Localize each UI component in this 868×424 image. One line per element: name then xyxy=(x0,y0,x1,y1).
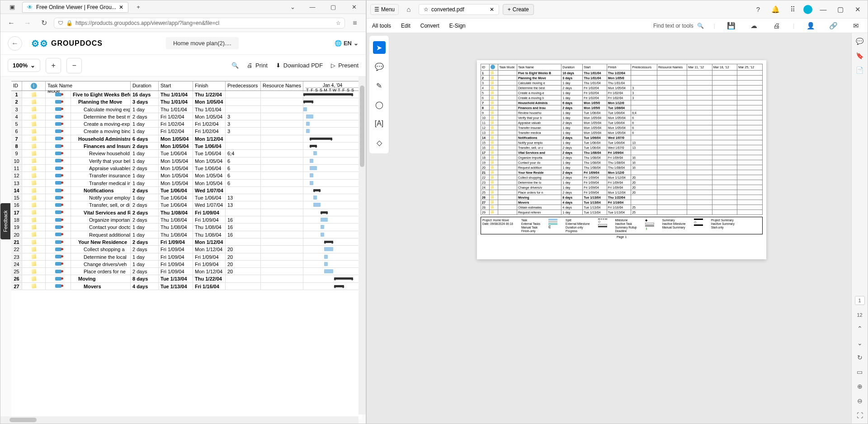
table-row[interactable]: 3Calculate moving exp1 dayThu 1/01/04Thu… xyxy=(11,106,362,113)
table-row[interactable]: 10Verify that your bel1 dayMon 1/05/04Mo… xyxy=(11,157,362,165)
close-window-button[interactable]: ✕ xyxy=(851,3,864,16)
table-row[interactable]: 21Your New Residence2 daysFri 1/09/04Mon… xyxy=(11,238,362,246)
lasso-tool[interactable]: ◯ xyxy=(373,98,386,111)
table-row[interactable]: 26Moving8 daysTue 1/13/04Thu 1/22/04 xyxy=(11,275,362,282)
home-button[interactable]: ⌂ xyxy=(402,3,415,16)
pdf-tab[interactable]: ☆ converted.pdf ✕ xyxy=(419,4,499,15)
pencil-tool[interactable]: ✎ xyxy=(373,79,386,92)
table-row[interactable]: 16Transfer, sell, or di2 daysTue 1/06/04… xyxy=(11,201,362,209)
horizontal-scrollbar[interactable] xyxy=(0,416,359,424)
rotate-icon[interactable]: ↻ xyxy=(857,354,863,361)
scroll-up-icon[interactable]: ⌃ xyxy=(857,325,863,332)
pdf-canvas[interactable]: IDTask ModeTask NameDurationStartFinishP… xyxy=(392,33,851,424)
text-tool[interactable]: [A] xyxy=(373,117,386,130)
save-button[interactable]: 💾 xyxy=(725,19,738,32)
apps-button[interactable]: ⠿ xyxy=(786,3,799,16)
pointer-tool[interactable]: ➤ xyxy=(373,41,386,54)
notification-button[interactable]: 🔔 xyxy=(769,3,782,16)
menu-esign[interactable]: E-Sign xyxy=(449,23,466,29)
minimize-button[interactable]: — xyxy=(817,3,830,16)
comments-panel-icon[interactable]: 💬 xyxy=(856,38,863,45)
table-row[interactable]: 6Create a moving bind1 dayFri 1/02/04Fri… xyxy=(11,128,362,135)
task-rows[interactable]: 1Five to Eight Weeks Before16 daysThu 1/… xyxy=(11,91,362,290)
present-button[interactable]: ▷Present xyxy=(331,62,359,69)
feedback-tab[interactable]: Feedback xyxy=(0,203,10,239)
zoom-out-button[interactable]: − xyxy=(66,58,82,73)
help-button[interactable]: ? xyxy=(752,3,764,16)
table-row[interactable]: 18Organize important2 daysThu 1/08/04Fri… xyxy=(11,216,362,224)
avatar[interactable] xyxy=(803,5,812,14)
minimize-button[interactable]: — xyxy=(302,1,322,14)
maximize-button[interactable]: ▢ xyxy=(834,3,847,16)
print-button[interactable]: 🖨 xyxy=(770,19,783,32)
table-row[interactable]: 17Vital Services and R2 daysThu 1/08/04F… xyxy=(11,209,362,216)
mail-button[interactable]: ✉ xyxy=(849,19,862,32)
back-button[interactable]: ← xyxy=(5,17,18,29)
menu-all-tools[interactable]: All tools xyxy=(372,23,391,29)
scroll-down-icon[interactable]: ⌄ xyxy=(857,339,863,347)
forward-button[interactable]: → xyxy=(21,17,34,29)
table-row[interactable]: 24Change drivers/veh1 dayFri 1/09/04Fri … xyxy=(11,261,362,268)
table-row[interactable]: 7Household Administra6 daysMon 1/05/04Mo… xyxy=(11,135,362,143)
browser-tab[interactable]: 👁 Free Online Viewer | Free Grou... ✕ xyxy=(22,2,128,13)
fullscreen-icon[interactable]: ⛶ xyxy=(857,412,863,419)
page-current-input[interactable]: 1 xyxy=(855,296,865,305)
col-finish[interactable]: Finish xyxy=(193,81,226,91)
table-row[interactable]: 15Notify your employ1 dayTue 1/06/04Tue … xyxy=(11,194,362,201)
bookmark-panel-icon[interactable]: 🔖 xyxy=(856,52,863,59)
close-tab-icon[interactable]: ✕ xyxy=(119,4,123,10)
fit-page-icon[interactable]: ▭ xyxy=(857,368,863,376)
comment-tool[interactable]: 💬 xyxy=(373,60,386,73)
overflow-menu-icon[interactable]: ≡ xyxy=(349,17,361,29)
table-row[interactable]: 9Review household f1 dayTue 1/06/04Tue 1… xyxy=(11,150,362,157)
table-row[interactable]: 11Appraise valuables2 daysMon 1/05/04Tue… xyxy=(11,165,362,172)
menu-button[interactable]: ☰Menu xyxy=(370,4,399,15)
vertical-scrollbar[interactable] xyxy=(359,76,366,414)
table-row[interactable]: 25Place orders for ne2 daysFri 1/09/04Mo… xyxy=(11,268,362,275)
zoom-dropdown[interactable]: 100% ⌄ xyxy=(8,59,40,72)
col-info[interactable]: i xyxy=(22,81,46,91)
star-icon[interactable]: ☆ xyxy=(336,20,341,26)
table-row[interactable]: 12Transfer insurance1 dayMon 1/05/04Mon … xyxy=(11,172,362,179)
table-row[interactable]: 20Request additional1 dayThu 1/08/04Thu … xyxy=(11,231,362,238)
share-button[interactable]: 👤 xyxy=(804,19,817,32)
col-res[interactable]: Resource Names xyxy=(261,81,303,91)
cloud-button[interactable]: ☁ xyxy=(748,19,760,32)
zoom-in-icon[interactable]: ⊕ xyxy=(857,383,863,390)
link-button[interactable]: 🔗 xyxy=(827,19,840,32)
pages-panel-icon[interactable]: 📄 xyxy=(856,67,863,74)
download-button[interactable]: ⬇Download PDF xyxy=(276,62,323,69)
col-dur[interactable]: Duration xyxy=(131,81,159,91)
table-row[interactable]: 22Collect shopping a2 daysFri 1/09/04Mon… xyxy=(11,246,362,253)
menu-convert[interactable]: Convert xyxy=(420,23,439,29)
logo[interactable]: ⚙⚙ GROUPDOCS xyxy=(31,38,103,49)
table-row[interactable]: 5Create a moving-exp1 dayFri 1/02/04Fri … xyxy=(11,120,362,128)
language-selector[interactable]: 🌐 EN ⌄ xyxy=(335,40,359,47)
close-tab-icon[interactable]: ✕ xyxy=(490,6,494,13)
eraser-tool[interactable]: ◇ xyxy=(373,136,386,149)
reload-button[interactable]: ↻ xyxy=(38,17,50,29)
table-row[interactable]: 2Planning the Move3 daysThu 1/01/04Mon 1… xyxy=(11,98,362,105)
table-row[interactable]: 14Notifications2 daysTue 1/06/04Wed 1/07… xyxy=(11,187,362,194)
table-row[interactable]: 13Transfer medical in1 dayMon 1/05/04Mon… xyxy=(11,180,362,187)
table-row[interactable]: 19Contact your doctor1 dayThu 1/08/04Thu… xyxy=(11,224,362,231)
find-input[interactable]: Find text or tools 🔍 xyxy=(653,23,704,29)
create-button[interactable]: +Create xyxy=(503,4,534,15)
col-name[interactable]: Task Name xyxy=(46,81,131,91)
zoom-in-button[interactable]: + xyxy=(46,58,61,73)
app-back-button[interactable]: ← xyxy=(8,36,22,51)
panel-toggle-icon[interactable]: ▣ xyxy=(2,1,22,14)
new-tab-button[interactable]: + xyxy=(128,1,148,14)
close-window-button[interactable]: ✕ xyxy=(344,1,364,14)
table-row[interactable]: 4Determine the best m2 daysFri 1/02/04Mo… xyxy=(11,113,362,120)
print-button[interactable]: 🖨Print xyxy=(247,62,268,69)
col-start[interactable]: Start xyxy=(159,81,193,91)
col-id[interactable]: ID xyxy=(11,81,22,91)
menu-edit[interactable]: Edit xyxy=(401,23,410,29)
search-button[interactable]: 🔍 xyxy=(231,62,239,69)
star-icon[interactable]: ☆ xyxy=(424,6,429,13)
col-pred[interactable]: Predecessors xyxy=(226,81,261,91)
url-input[interactable]: 🛡 🔒 https://products.groupdocs.app/viewe… xyxy=(54,18,345,29)
table-row[interactable]: 8Finances and Insura2 daysMon 1/05/04Tue… xyxy=(11,143,362,150)
table-row[interactable]: 23Determine the local1 dayFri 1/09/04Fri… xyxy=(11,253,362,261)
